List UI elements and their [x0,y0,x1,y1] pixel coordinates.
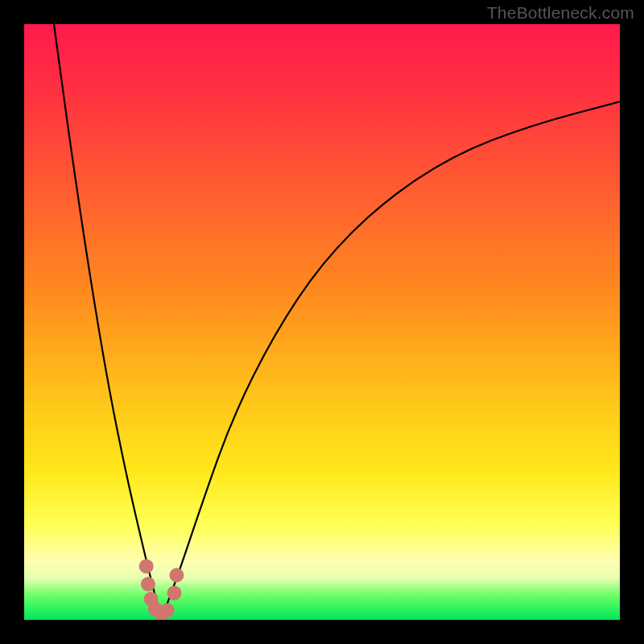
bead-marker [139,559,154,573]
right-branch-curve [161,101,620,620]
highlight-beads [139,559,184,620]
bead-marker [167,586,181,601]
plot-area [24,24,620,620]
bead-marker [169,568,184,583]
left-branch-curve [54,24,161,620]
watermark-text: TheBottleneck.com [487,3,634,23]
curve-group [54,24,620,620]
curves-svg [24,24,620,620]
chart-frame: TheBottleneck.com [0,0,644,644]
bead-marker [141,577,155,592]
bead-marker [160,603,175,617]
